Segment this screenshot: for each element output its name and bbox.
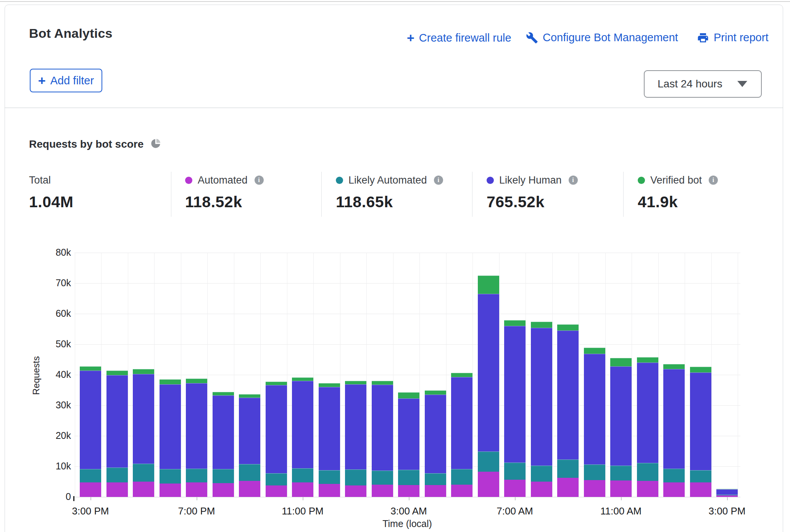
stat-column-divider [623,172,624,217]
bar-segment-likely-human [690,372,711,470]
bar-segment-likely-automated [637,463,658,481]
bar-3-00-pm[interactable] [80,366,101,497]
x-axis-baseline [74,497,740,497]
x-tick [90,497,91,500]
bar-segment-automated [531,482,552,497]
create-firewall-rule-label: Create firewall rule [419,32,511,44]
bar-segment-likely-automated [663,469,685,482]
v-gridline [154,253,155,497]
configure-bot-management-link[interactable]: Configure Bot Management [526,31,678,44]
bar-segment-automated [584,480,605,497]
section-title-row: Requests by bot score [29,138,161,150]
bar-segment-automated [106,482,128,497]
stat-header: Total [29,174,73,186]
bar-segment-likely-automated [584,464,605,480]
bar-segment-verified-bot [213,392,234,395]
bar-1-00-pm[interactable] [663,364,685,497]
bar-segment-automated [186,482,207,497]
bar-segment-verified-bot [663,364,685,369]
bar-segment-automated [213,483,234,497]
bar-segment-likely-automated [531,466,552,482]
bar-segment-verified-bot [186,379,207,383]
v-gridline [260,253,261,497]
bar-9-00-am[interactable] [557,324,579,497]
bar-9-00-pm[interactable] [239,394,260,497]
info-icon[interactable]: i [709,176,718,185]
bar-4-00-pm[interactable] [106,371,128,497]
bar-2-00-am[interactable] [372,381,393,497]
bar-12-00-pm[interactable] [637,357,658,497]
v-gridline [526,253,526,497]
legend-dot [638,177,645,184]
bar-segment-verified-bot [239,394,260,398]
x-tick-label: 11:00 AM [600,505,642,517]
x-tick-label: 11:00 PM [282,505,323,517]
bar-segment-likely-automated [186,469,207,482]
bar-6-00-pm[interactable] [160,379,181,497]
bar-segment-likely-human [557,330,579,459]
bar-1-00-am[interactable] [345,381,366,497]
time-range-dropdown[interactable]: Last 24 hours [644,70,762,98]
stat-label: Automated [198,174,248,186]
y-tick-label: 60k [44,308,71,319]
plus-icon: + [407,31,414,44]
stat-value: 118.65k [336,193,443,211]
bar-segment-likely-automated [425,473,446,485]
info-icon[interactable]: i [255,176,264,185]
bar-10-00-am[interactable] [584,348,605,497]
bar-segment-automated [160,484,181,497]
stat-header: Automatedi [185,174,264,186]
bar-7-00-pm[interactable] [186,379,207,497]
bar-3-00-am[interactable] [398,392,419,497]
header-divider [5,108,783,108]
bar-6-00-am[interactable] [478,276,499,497]
stat-column-divider [321,172,322,217]
bar-12-00-am[interactable] [319,383,340,497]
bar-segment-likely-human [716,489,738,495]
bar-5-00-pm[interactable] [133,369,154,497]
time-range-selected-value: Last 24 hours [658,78,722,90]
bar-segment-automated [292,482,313,497]
bar-segment-likely-automated [80,469,101,482]
bar-segment-verified-bot [80,366,101,370]
bar-segment-likely-human [213,395,234,469]
v-gridline [287,253,287,497]
bar-segment-verified-bot [160,379,181,384]
bar-10-00-pm[interactable] [266,382,287,497]
x-axis-title: Time (local) [382,518,432,529]
bar-3-00-pm[interactable] [716,489,738,497]
bar-11-00-pm[interactable] [292,377,313,497]
bar-segment-automated [425,485,446,497]
bar-5-00-am[interactable] [451,373,472,497]
bar-segment-verified-bot [637,357,658,363]
bar-segment-likely-human [398,398,419,470]
bar-7-00-am[interactable] [504,320,526,497]
bar-8-00-pm[interactable] [213,392,234,497]
bar-segment-verified-bot [557,324,579,330]
bar-segment-likely-human [266,385,287,473]
bar-segment-likely-automated [557,459,579,478]
info-icon[interactable]: i [569,176,578,185]
bar-2-00-pm[interactable] [690,367,711,497]
create-firewall-rule-link[interactable]: + Create firewall rule [407,31,511,44]
bar-segment-verified-bot [425,390,446,395]
bar-segment-automated [398,485,419,497]
bar-4-00-am[interactable] [425,390,446,497]
print-report-link[interactable]: Print report [697,31,768,44]
bar-segment-verified-bot [584,348,605,354]
add-filter-button[interactable]: + Add filter [30,69,102,92]
page-top-rule [0,1,790,2]
bar-segment-verified-bot [292,377,313,381]
legend-dot [185,177,192,184]
bar-segment-likely-human [425,395,446,473]
bar-segment-likely-human [372,385,393,471]
bar-segment-automated [345,485,366,497]
bar-segment-likely-automated [106,468,128,482]
bar-segment-likely-human [451,377,472,469]
info-icon[interactable]: i [434,176,443,185]
bar-segment-likely-human [663,369,685,469]
stat-verified-bot: Verified boti41.9k [638,174,718,211]
bar-8-00-am[interactable] [531,322,552,497]
bar-segment-automated [663,482,685,497]
bar-11-00-am[interactable] [610,358,632,497]
